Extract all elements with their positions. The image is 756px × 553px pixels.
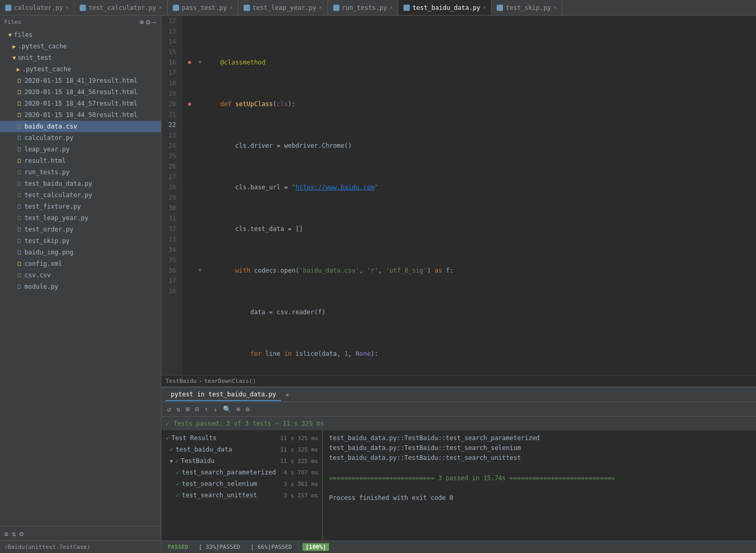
sidebar-item-test-fixture-py[interactable]: 🗋 test_fixture.py — [0, 201, 161, 212]
test-item-testbaidu[interactable]: ▼ ✓ TestBaidu 11 s 325 ms — [161, 455, 322, 467]
test-item-label-unittest: test_search_unittest — [182, 492, 257, 499]
toolbar-expand[interactable]: ⊞ — [184, 404, 192, 414]
tab-close-calculator[interactable]: × — [66, 5, 69, 10]
tab-test-calculator[interactable]: test_calculator.py × — [74, 0, 168, 15]
test-item-baidu-data[interactable]: ✓ test_baidu_data 11 s 325 ms — [161, 444, 322, 455]
toolbar-options[interactable]: ⚙ — [244, 404, 251, 414]
ln-19: 19 — [166, 88, 178, 99]
structure-label: :Baidu(unittest.TestCase) — [4, 544, 91, 550]
tab-baidu-data[interactable]: test_baidu_data.py × — [398, 0, 492, 15]
code-line-15: cls.base_url = "https://www.baidu.com" — [184, 182, 756, 192]
sidebar-item-unit-test[interactable]: ▼ unit_test — [0, 52, 161, 63]
sidebar-icon-minimize[interactable]: — — [153, 18, 157, 26]
sidebar-item-pytest-cache-inner[interactable]: ▶ .pytest_cache — [0, 63, 161, 75]
status-p66: [ 66%]PASSED — [250, 544, 292, 550]
py-file-icon: 🗋 — [17, 135, 22, 142]
sidebar-item-leap-year-py[interactable]: 🗋 leap_year.py — [0, 144, 161, 155]
toolbar-rerun[interactable]: ↺ — [166, 404, 173, 414]
file-item-label: baidu_data.csv — [24, 123, 77, 130]
sidebar-item-result1[interactable]: 🗋 2020-01-15 18_41_19result.html — [0, 75, 161, 86]
file-item-label: result.html — [24, 157, 66, 164]
tab-close-test-calculator[interactable]: × — [159, 5, 162, 10]
right-side: 12 13 14 15 16 17 18 19 20 21 22 23 24 2… — [161, 16, 756, 553]
tab-leap-year[interactable]: test_leap_year.py × — [238, 0, 328, 15]
sidebar-item-test-calculator-py[interactable]: 🗋 test_calculator.py — [0, 189, 161, 201]
sidebar-item-config-xml[interactable]: 🗋 config.xml — [0, 258, 161, 269]
xml-file-icon: 🗋 — [17, 261, 22, 267]
sidebar-icon-add[interactable]: ⊕ — [140, 18, 144, 26]
fold-12[interactable]: ▼ — [198, 57, 201, 68]
tab-icon-pass-test — [173, 5, 179, 11]
test-item-parameterized[interactable]: ✓ test_search_parameterized 4 s 707 ms — [161, 467, 322, 478]
tab-close-pass-test[interactable]: × — [230, 5, 233, 10]
toolbar-search[interactable]: 🔍 — [221, 404, 233, 414]
tab-icon-test-calculator — [80, 5, 86, 11]
file-item-label: leap_year.py — [24, 146, 70, 153]
sidebar-item-test-leap-year-py[interactable]: 🗋 test_leap_year.py — [0, 212, 161, 224]
sidebar-item-csv-csv[interactable]: 🗋 csv.csv — [0, 269, 161, 281]
sidebar-item-result3[interactable]: 🗋 2020-01-15 18_44_57result.html — [0, 98, 161, 109]
ln-25: 25 — [166, 151, 178, 161]
sidebar-item-files[interactable]: ▼ files — [0, 29, 161, 41]
tab-pass-test[interactable]: pass_test.py × — [168, 0, 238, 15]
ln-22: 22 — [166, 120, 178, 130]
check-icon-results: ✓ — [166, 434, 169, 442]
file-item-label: 2020-01-15 18_44_57result.html — [24, 100, 137, 107]
code-container[interactable]: 12 13 14 15 16 17 18 19 20 21 22 23 24 2… — [161, 16, 756, 375]
sidebar-item-result2[interactable]: 🗋 2020-01-15 18_44_56result.html — [0, 86, 161, 98]
sidebar-item-module-py[interactable]: 🗋 module.py — [0, 281, 161, 292]
tab-run-tests[interactable]: run_tests.py × — [328, 0, 399, 15]
tab-label-calculator: calculator.py — [14, 4, 63, 11]
expand-icon-testbaidu[interactable]: ▼ — [170, 458, 173, 464]
toolbar-collapse[interactable]: ⊟ — [193, 404, 200, 414]
status-passed: PASSED — [168, 544, 188, 550]
sidebar-item-test-skip-py[interactable]: 🗋 test_skip.py — [0, 235, 161, 247]
ln-33: 33 — [166, 234, 178, 245]
toolbar-filter[interactable]: ⊕ — [235, 404, 242, 414]
code-line-13: ● def setUpClass(cls): — [184, 99, 756, 109]
output-tab-label[interactable]: pytest in test_baidu_data.py — [166, 389, 281, 401]
toolbar-up[interactable]: ↑ — [203, 404, 210, 414]
output-line-1: test_baidu_data.py::TestBaidu::test_sear… — [329, 433, 750, 443]
test-item-unittest[interactable]: ✓ test_search_unittest 3 s 257 ms — [161, 490, 322, 501]
ln-26: 26 — [166, 161, 178, 172]
html-file-icon: 🗋 — [17, 78, 22, 84]
sidebar-item-run-tests-py[interactable]: 🗋 run_tests.py — [0, 166, 161, 178]
tab-close-skip[interactable]: × — [553, 5, 557, 10]
status-p100: [100%] — [303, 543, 330, 551]
test-item-label-testbaidu: TestBaidu — [181, 457, 215, 465]
tab-close-leap-year[interactable]: × — [319, 5, 322, 10]
tab-icon-baidu-data — [404, 5, 410, 11]
tab-calculator[interactable]: calculator.py × — [0, 0, 74, 15]
sidebar-item-baidu-csv[interactable]: 🗋 baidu_data.csv — [0, 121, 161, 132]
py-file-icon: 🗋 — [17, 146, 22, 153]
sidebar-item-pytest-cache-root[interactable]: ▶ .pytest_cache — [0, 41, 161, 52]
sidebar-item-result4[interactable]: 🗋 2020-01-15 18_44_58result.html — [0, 109, 161, 121]
folder-icon: ▶ — [12, 43, 16, 50]
ln-28: 28 — [166, 182, 178, 192]
sidebar-item-result-html[interactable]: 🗋 result.html — [0, 155, 161, 166]
debug-dot-12[interactable]: ● — [188, 57, 191, 68]
tab-close-baidu-data[interactable]: × — [483, 5, 486, 10]
test-item-selenium[interactable]: ✓ test_search_selenium 3 s 361 ms — [161, 478, 322, 490]
sidebar-toolbar-btn2[interactable]: ⇅ — [11, 530, 16, 538]
file-item-label: module.py — [24, 283, 58, 290]
sidebar-toolbar-btn1[interactable]: ≡ — [4, 530, 8, 538]
test-result-header-row[interactable]: ✓ Test Results 11 s 325 ms — [161, 432, 322, 444]
sidebar-item-baidu-img-png[interactable]: 🗋 baidu_img.png — [0, 247, 161, 258]
breadcrumb: TestBaidu › tearDownClass() — [161, 375, 756, 387]
output-tab-close[interactable]: × — [285, 391, 289, 398]
toolbar-down[interactable]: ↓ — [212, 404, 219, 414]
sidebar-icon-settings[interactable]: ⚙ — [146, 18, 150, 26]
sidebar-item-calculator-py[interactable]: 🗋 calculator.py — [0, 132, 161, 144]
toolbar-sort[interactable]: ⇅ — [175, 404, 182, 414]
debug-dot-13[interactable]: ● — [188, 99, 191, 109]
sidebar-toolbar-btn3[interactable]: ⚙ — [19, 530, 23, 538]
fold-17[interactable]: ▼ — [198, 265, 201, 276]
output-text-area[interactable]: test_baidu_data.py::TestBaidu::test_sear… — [323, 430, 756, 541]
sidebar-item-test-order-py[interactable]: 🗋 test_order.py — [0, 224, 161, 235]
py-run-file-icon: 🗋 — [17, 215, 22, 222]
tab-skip[interactable]: test_skip.py × — [492, 0, 562, 15]
sidebar-item-test-baidu-data-py[interactable]: 🗋 test_baidu_data.py — [0, 178, 161, 189]
tab-close-run-tests[interactable]: × — [389, 5, 393, 10]
